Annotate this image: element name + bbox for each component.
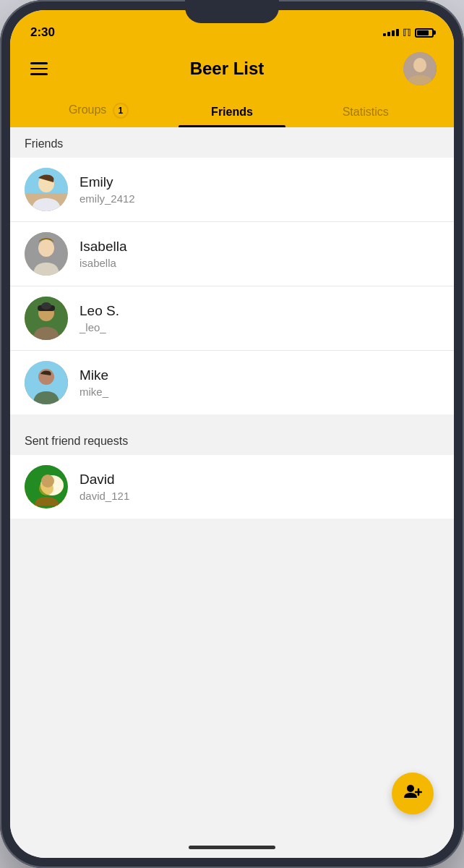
friend-info-mike: Mike mike_ (80, 367, 439, 398)
friend-avatar-mike (25, 361, 68, 404)
friend-avatar-emily (25, 168, 68, 211)
groups-badge: 1 (113, 103, 129, 119)
friend-username-leo: _leo_ (80, 321, 439, 333)
svg-point-1 (413, 58, 426, 72)
wifi-icon: ℿ (403, 27, 411, 38)
friend-username-emily: emily_2412 (80, 192, 439, 205)
friends-section-header: Friends (10, 127, 454, 158)
content-area: Friends Emily emily_2412 (10, 127, 454, 858)
friend-info-emily: Emily emily_2412 (80, 174, 439, 205)
phone-frame: 2:30 ℿ (0, 0, 464, 868)
friend-info-david: David david_121 (80, 472, 439, 502)
section-gap (10, 414, 454, 425)
sent-requests-list: David david_121 (10, 455, 454, 519)
friend-username-isabella: isabella (80, 257, 439, 269)
add-friend-fab[interactable] (392, 773, 434, 814)
svg-point-6 (38, 239, 54, 257)
friend-avatar-david (25, 465, 68, 509)
app-title: Beer List (190, 59, 265, 79)
status-time: 2:30 (30, 25, 55, 40)
friend-info-leo: Leo S. _leo_ (80, 303, 439, 333)
svg-point-10 (41, 302, 51, 310)
friend-item-david[interactable]: David david_121 (10, 455, 454, 519)
friend-avatar-leo (25, 297, 68, 340)
header: Beer List Groups 1 (10, 45, 454, 127)
sent-requests-section-header: Sent friend requests (10, 425, 454, 455)
hamburger-line-1 (30, 62, 48, 64)
friend-item-leo[interactable]: Leo S. _leo_ (10, 286, 454, 351)
friend-name-leo: Leo S. (80, 303, 439, 319)
notch (185, 0, 279, 23)
friend-name-mike: Mike (80, 367, 439, 383)
svg-point-16 (41, 475, 54, 488)
friend-name-david: David (80, 472, 439, 488)
friend-name-emily: Emily (80, 174, 439, 190)
add-friend-icon (403, 782, 422, 805)
friends-list: Emily emily_2412 Isabella (10, 158, 454, 414)
phone-screen: 2:30 ℿ (10, 10, 454, 858)
home-indicator (189, 846, 275, 849)
hamburger-line-3 (30, 73, 48, 75)
friend-avatar-isabella (25, 232, 68, 276)
hamburger-menu-button[interactable] (27, 59, 51, 78)
header-top: Beer List (25, 52, 439, 95)
tab-statistics[interactable]: Statistics (298, 98, 432, 127)
user-avatar[interactable] (403, 52, 437, 85)
friend-item-mike[interactable]: Mike mike_ (10, 351, 454, 414)
friend-username-david: david_121 (80, 490, 439, 502)
tab-friends[interactable]: Friends (166, 98, 299, 127)
friend-item-emily[interactable]: Emily emily_2412 (10, 158, 454, 222)
battery-icon (415, 28, 434, 38)
signal-icon (383, 29, 399, 36)
friend-item-isabella[interactable]: Isabella isabella (10, 222, 454, 286)
user-avatar-image (403, 52, 437, 85)
friend-name-isabella: Isabella (80, 239, 439, 255)
hamburger-line-2 (30, 68, 48, 70)
tab-groups[interactable]: Groups 1 (32, 95, 166, 127)
friend-username-mike: mike_ (80, 386, 439, 398)
friend-info-isabella: Isabella isabella (80, 239, 439, 269)
tabs: Groups 1 Friends Statistics (25, 95, 439, 127)
status-icons: ℿ (383, 27, 434, 38)
svg-point-17 (407, 785, 414, 792)
